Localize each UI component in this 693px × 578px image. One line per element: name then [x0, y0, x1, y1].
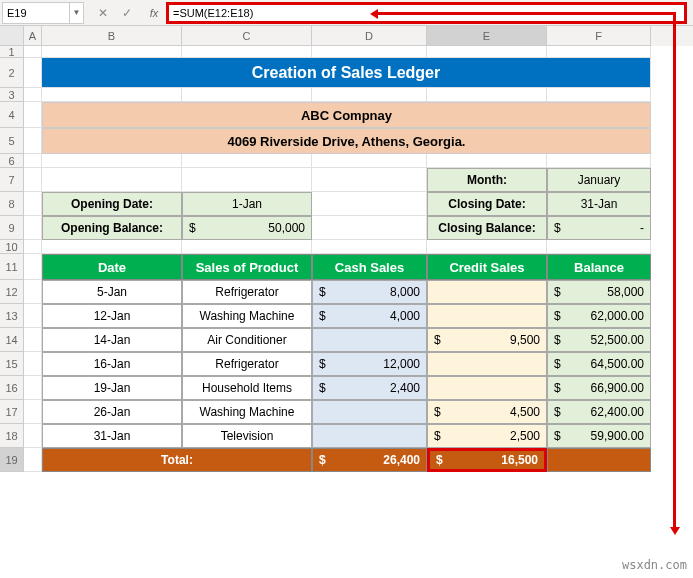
- cell[interactable]: [24, 424, 42, 448]
- row-header-12[interactable]: 12: [0, 280, 24, 304]
- cell[interactable]: [182, 168, 312, 192]
- cell[interactable]: [24, 328, 42, 352]
- td-date[interactable]: 16-Jan: [42, 352, 182, 376]
- td-credit[interactable]: [427, 352, 547, 376]
- td-balance[interactable]: $58,000: [547, 280, 651, 304]
- cell[interactable]: [312, 46, 427, 58]
- cell[interactable]: [24, 128, 42, 154]
- total-label[interactable]: Total:: [42, 448, 312, 472]
- td-date[interactable]: 12-Jan: [42, 304, 182, 328]
- cell[interactable]: [312, 168, 427, 192]
- cell[interactable]: [312, 88, 427, 102]
- open-bal-value[interactable]: $50,000: [182, 216, 312, 240]
- row-header-8[interactable]: 8: [0, 192, 24, 216]
- row-header-14[interactable]: 14: [0, 328, 24, 352]
- cell[interactable]: [24, 58, 42, 88]
- cell[interactable]: [24, 88, 42, 102]
- total-credit[interactable]: $16,500: [427, 448, 547, 472]
- td-cash[interactable]: $8,000: [312, 280, 427, 304]
- cell[interactable]: [312, 192, 427, 216]
- month-label[interactable]: Month:: [427, 168, 547, 192]
- cell[interactable]: [547, 46, 651, 58]
- col-header-A[interactable]: A: [24, 26, 42, 46]
- cell[interactable]: [312, 154, 427, 168]
- cell[interactable]: [547, 88, 651, 102]
- td-cash[interactable]: $12,000: [312, 352, 427, 376]
- td-balance[interactable]: $64,500.00: [547, 352, 651, 376]
- cell[interactable]: [42, 88, 182, 102]
- row-header-1[interactable]: 1: [0, 46, 24, 58]
- td-date[interactable]: 19-Jan: [42, 376, 182, 400]
- cell[interactable]: [24, 192, 42, 216]
- open-date-value[interactable]: 1-Jan: [182, 192, 312, 216]
- cell[interactable]: [547, 240, 651, 254]
- row-header-9[interactable]: 9: [0, 216, 24, 240]
- td-credit[interactable]: $2,500: [427, 424, 547, 448]
- cell[interactable]: [24, 400, 42, 424]
- td-cash[interactable]: $2,400: [312, 376, 427, 400]
- cell[interactable]: [24, 216, 42, 240]
- row-header-7[interactable]: 7: [0, 168, 24, 192]
- cell[interactable]: [182, 46, 312, 58]
- td-cash[interactable]: [312, 400, 427, 424]
- cell[interactable]: [24, 254, 42, 280]
- td-credit[interactable]: $4,500: [427, 400, 547, 424]
- cell[interactable]: [24, 168, 42, 192]
- td-credit[interactable]: [427, 304, 547, 328]
- cell[interactable]: [24, 376, 42, 400]
- select-all-corner[interactable]: [0, 26, 24, 46]
- cell[interactable]: [24, 46, 42, 58]
- company-address[interactable]: 4069 Riverside Drive, Athens, Georgia.: [42, 128, 651, 154]
- cell[interactable]: [42, 240, 182, 254]
- row-header-15[interactable]: 15: [0, 352, 24, 376]
- td-product[interactable]: Refrigerator: [182, 280, 312, 304]
- td-balance[interactable]: $66,900.00: [547, 376, 651, 400]
- row-header-4[interactable]: 4: [0, 102, 24, 128]
- total-balance[interactable]: [547, 448, 651, 472]
- open-bal-label[interactable]: Opening Balance:: [42, 216, 182, 240]
- row-header-17[interactable]: 17: [0, 400, 24, 424]
- td-product[interactable]: Washing Machine: [182, 304, 312, 328]
- cell[interactable]: [427, 88, 547, 102]
- td-cash[interactable]: [312, 424, 427, 448]
- td-balance[interactable]: $62,000.00: [547, 304, 651, 328]
- cell[interactable]: [42, 168, 182, 192]
- cell[interactable]: [24, 154, 42, 168]
- col-header-E[interactable]: E: [427, 26, 547, 46]
- fx-icon[interactable]: fx: [144, 3, 164, 23]
- td-date[interactable]: 31-Jan: [42, 424, 182, 448]
- row-header-5[interactable]: 5: [0, 128, 24, 154]
- cell[interactable]: [182, 88, 312, 102]
- month-value[interactable]: January: [547, 168, 651, 192]
- col-header-F[interactable]: F: [547, 26, 651, 46]
- name-box[interactable]: E19: [2, 2, 70, 24]
- col-header-B[interactable]: B: [42, 26, 182, 46]
- th-date[interactable]: Date: [42, 254, 182, 280]
- cell[interactable]: [24, 102, 42, 128]
- td-balance[interactable]: $52,500.00: [547, 328, 651, 352]
- col-header-D[interactable]: D: [312, 26, 427, 46]
- td-date[interactable]: 14-Jan: [42, 328, 182, 352]
- td-credit[interactable]: $9,500: [427, 328, 547, 352]
- page-title[interactable]: Creation of Sales Ledger: [42, 58, 651, 88]
- cell[interactable]: [427, 154, 547, 168]
- th-balance[interactable]: Balance: [547, 254, 651, 280]
- open-date-label[interactable]: Opening Date:: [42, 192, 182, 216]
- cell[interactable]: [182, 154, 312, 168]
- td-balance[interactable]: $62,400.00: [547, 400, 651, 424]
- close-bal-label[interactable]: Closing Balance:: [427, 216, 547, 240]
- cell[interactable]: [42, 154, 182, 168]
- td-cash[interactable]: [312, 328, 427, 352]
- close-date-label[interactable]: Closing Date:: [427, 192, 547, 216]
- td-balance[interactable]: $59,900.00: [547, 424, 651, 448]
- cell[interactable]: [24, 352, 42, 376]
- company-name[interactable]: ABC Compnay: [42, 102, 651, 128]
- th-credit[interactable]: Credit Sales: [427, 254, 547, 280]
- row-header-10[interactable]: 10: [0, 240, 24, 254]
- td-cash[interactable]: $4,000: [312, 304, 427, 328]
- cell[interactable]: [24, 448, 42, 472]
- td-date[interactable]: 5-Jan: [42, 280, 182, 304]
- name-box-dropdown[interactable]: ▼: [70, 2, 84, 24]
- td-product[interactable]: Television: [182, 424, 312, 448]
- row-header-13[interactable]: 13: [0, 304, 24, 328]
